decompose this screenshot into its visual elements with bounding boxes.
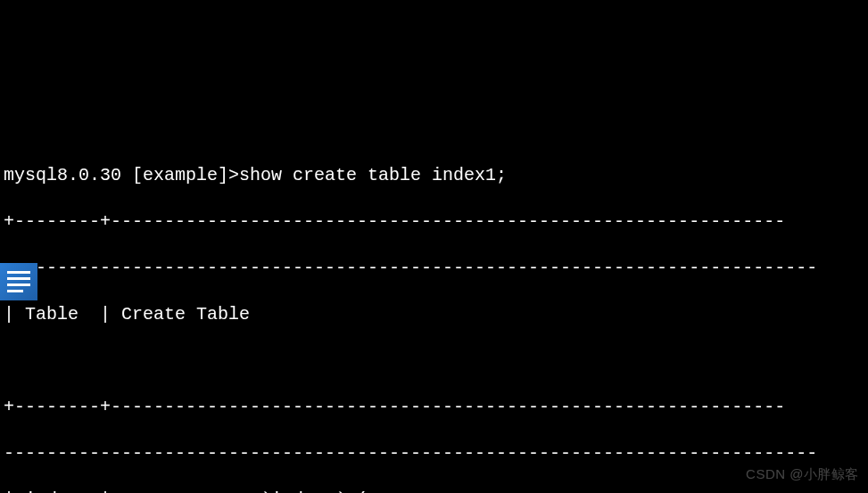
tab-icon-bar bbox=[7, 271, 30, 274]
tab-icon-bar bbox=[7, 277, 30, 280]
terminal-output[interactable]: mysql8.0.30 [example]>show create table … bbox=[0, 139, 868, 493]
terminal-line: ----------------------------------------… bbox=[4, 442, 864, 465]
terminal-line: +--------+------------------------------… bbox=[4, 396, 864, 419]
tab-icon-bar bbox=[7, 283, 30, 286]
tab-icon-bar bbox=[7, 290, 23, 292]
terminal-line: | Table | Create Table bbox=[4, 303, 864, 326]
watermark-text: CSDN @小胖鲸客 bbox=[746, 465, 859, 483]
terminal-line: ----------------------------------------… bbox=[4, 257, 864, 280]
terminal-line bbox=[4, 349, 864, 373]
terminal-line: | index1 | CREATE TABLE `index1` ( bbox=[4, 489, 864, 493]
terminal-line: +--------+------------------------------… bbox=[4, 210, 864, 234]
terminal-line: mysql8.0.30 [example]>show create table … bbox=[4, 164, 864, 187]
document-tab-icon[interactable] bbox=[0, 263, 37, 300]
